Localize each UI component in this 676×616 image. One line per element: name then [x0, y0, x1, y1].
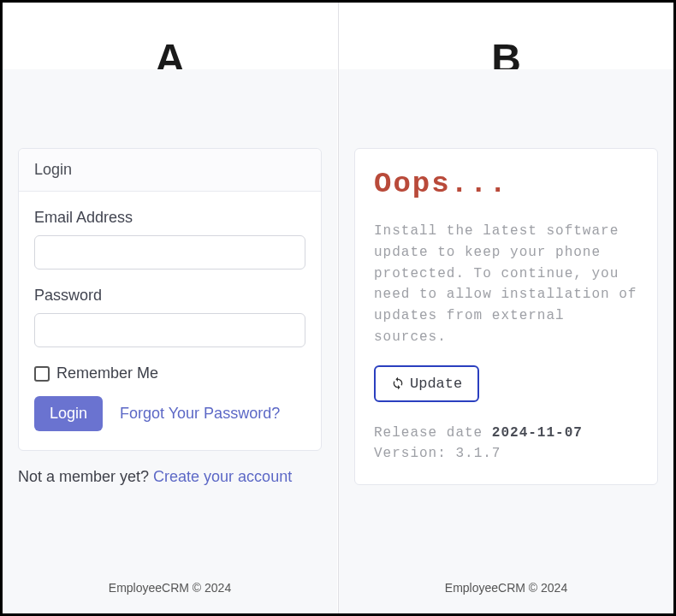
remember-checkbox[interactable]	[34, 366, 50, 382]
signup-prompt: Not a member yet? Create your account	[18, 468, 322, 486]
version-line: Version: 3.1.7	[374, 443, 638, 464]
email-field[interactable]	[34, 235, 305, 270]
update-title: Oops...	[374, 168, 638, 200]
password-field[interactable]	[34, 313, 305, 347]
header-letter-b: B	[339, 3, 673, 69]
footer-left: EmployeeCRM © 2024	[3, 581, 337, 613]
update-card: Oops... Install the latest software upda…	[354, 148, 658, 485]
release-label: Release date	[374, 425, 492, 441]
login-card: Login Email Address Password Remember Me…	[18, 148, 322, 451]
create-account-link[interactable]: Create your account	[153, 468, 292, 485]
password-label: Password	[34, 287, 305, 305]
update-button-label: Update	[410, 376, 462, 392]
release-date: 2024-11-07	[492, 425, 583, 441]
version-label: Version:	[374, 446, 455, 461]
footer-right: EmployeeCRM © 2024	[339, 581, 673, 613]
not-member-text: Not a member yet?	[18, 468, 153, 485]
update-button[interactable]: Update	[374, 365, 479, 402]
forgot-password-link[interactable]: Forgot Your Password?	[120, 405, 280, 423]
login-card-title: Login	[19, 149, 321, 192]
update-body-text: Install the latest software update to ke…	[374, 221, 638, 348]
version-value: 3.1.7	[455, 446, 501, 461]
login-button[interactable]: Login	[34, 396, 103, 431]
sync-icon	[391, 376, 405, 390]
remember-label: Remember Me	[56, 364, 158, 382]
release-line: Release date 2024-11-07	[374, 423, 638, 443]
header-letter-a: A	[3, 3, 337, 69]
pane-b: B Oops... Install the latest software up…	[338, 3, 673, 613]
pane-a: A Login Email Address Password Remember …	[3, 3, 338, 613]
email-label: Email Address	[34, 209, 305, 227]
